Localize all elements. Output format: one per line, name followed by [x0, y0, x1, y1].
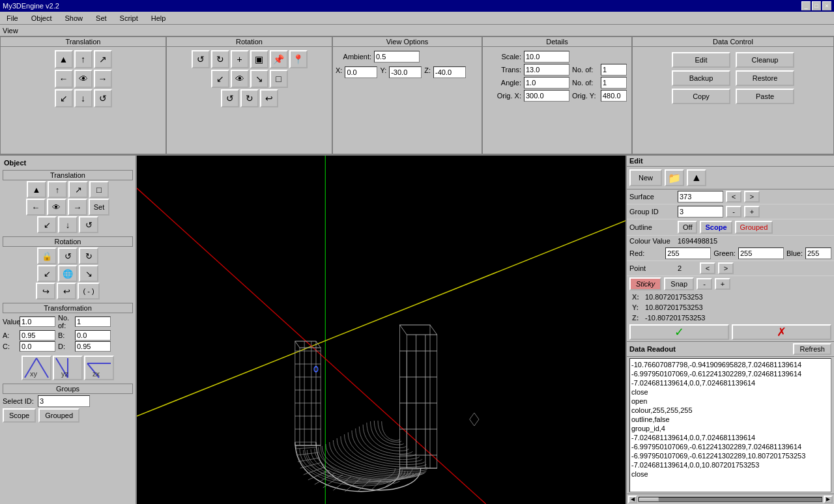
zx-axis-btn[interactable]: zx [84, 356, 114, 380]
cleanup-button[interactable]: Cleanup [736, 52, 794, 68]
confirm-x-btn[interactable]: ✗ [732, 324, 831, 340]
rot-pin[interactable]: 📌 [270, 50, 288, 68]
grouped-button[interactable]: Grouped [38, 408, 79, 423]
trans-up-left[interactable]: ▲ [55, 50, 73, 68]
y-input-top[interactable] [389, 66, 422, 78]
data-readout-content[interactable]: -10.76607087798,-0.941909695828,7.024681… [629, 358, 831, 492]
surface-next-btn[interactable]: > [744, 191, 760, 203]
rot-eye2[interactable]: 👁 [231, 70, 249, 88]
blue-input[interactable] [805, 247, 831, 259]
lt-rotate[interactable]: ↺ [79, 216, 98, 233]
viewport[interactable] [137, 156, 626, 504]
rot-cross[interactable]: + [231, 50, 249, 68]
lt-set[interactable]: Set [89, 199, 110, 216]
rot-square[interactable]: ▣ [250, 50, 268, 68]
rot-down-ccw[interactable]: ↙ [211, 70, 229, 88]
lr-ccw[interactable]: ↺ [58, 247, 78, 264]
outline-scope-btn[interactable]: Scope [700, 221, 732, 234]
paste-button[interactable]: Paste [736, 89, 794, 104]
red-input[interactable] [665, 247, 711, 259]
trans-down[interactable]: ↓ [74, 89, 93, 107]
lt-up[interactable]: ↑ [48, 181, 67, 198]
groupid-input[interactable] [678, 206, 723, 217]
maximize-button[interactable]: □ [812, 1, 821, 10]
rot-back[interactable]: ↩ [260, 89, 278, 107]
menu-show[interactable]: Show [61, 13, 87, 23]
up-icon-btn[interactable]: ▲ [687, 169, 706, 186]
backup-button[interactable]: Backup [672, 70, 730, 86]
rot-ccw2[interactable]: ↺ [221, 89, 239, 107]
lt-left[interactable]: ← [26, 199, 46, 216]
snap-plus-btn[interactable]: + [715, 278, 730, 290]
menu-object[interactable]: Object [27, 13, 56, 23]
surface-prev-btn[interactable]: < [726, 191, 741, 203]
lr-globe[interactable]: 🌐 [58, 265, 78, 282]
transform-noof-input[interactable] [75, 316, 111, 327]
lt-upright[interactable]: ↗ [68, 181, 88, 198]
lr-back[interactable]: ↩ [57, 283, 76, 300]
transform-c-input[interactable] [20, 341, 55, 352]
lr-twist[interactable]: ↪ [36, 283, 55, 300]
transform-value-input[interactable] [20, 316, 55, 327]
trans-right[interactable]: → [94, 70, 112, 88]
confirm-check-btn[interactable]: ✓ [629, 324, 729, 340]
outline-grouped-btn[interactable]: Grouped [735, 221, 773, 234]
trans-up-right[interactable]: ↗ [94, 50, 112, 68]
transform-b-input[interactable] [75, 330, 111, 341]
groupid-plus-btn[interactable]: + [744, 206, 760, 217]
surface-input[interactable] [678, 191, 723, 203]
menu-script[interactable]: Script [116, 13, 142, 23]
minimize-button[interactable]: _ [801, 1, 811, 10]
green-input[interactable] [738, 247, 784, 259]
scale-input[interactable] [524, 51, 569, 63]
sticky-btn[interactable]: Sticky [629, 277, 661, 290]
point-next-btn[interactable]: > [718, 262, 734, 274]
copy-button[interactable]: Copy [672, 89, 730, 104]
lr-lock[interactable]: 🔒 [37, 247, 57, 264]
noof2-input[interactable] [601, 77, 627, 89]
scope-button[interactable]: Scope [3, 408, 36, 423]
trans-input[interactable] [524, 64, 569, 76]
scroll-thumb[interactable] [639, 497, 659, 501]
trans-up[interactable]: ↑ [74, 50, 93, 68]
groups-selectid-input[interactable] [38, 395, 90, 407]
rot-thumb[interactable]: 📍 [289, 50, 308, 68]
data-readout-scrollbar[interactable]: ◀ ▶ [627, 494, 834, 504]
groupid-minus-btn[interactable]: - [726, 206, 741, 217]
lr-tilt[interactable]: ↘ [79, 265, 98, 282]
trans-eye[interactable]: 👁 [74, 70, 93, 88]
yz-axis-btn[interactable]: yz [53, 356, 83, 380]
scroll-left-btn[interactable]: ◀ [628, 496, 637, 503]
menu-help[interactable]: Help [147, 13, 170, 23]
lr-down[interactable]: ↙ [37, 265, 57, 282]
transform-d-input[interactable] [75, 341, 111, 352]
refresh-button[interactable]: Refresh [793, 343, 831, 355]
noof1-input[interactable] [601, 64, 627, 76]
folder-icon-btn[interactable]: 📁 [665, 169, 684, 186]
origy-input[interactable] [601, 90, 627, 102]
new-button[interactable]: New [629, 169, 662, 186]
ambient-input[interactable] [374, 51, 420, 63]
point-prev-btn[interactable]: < [700, 262, 715, 274]
menu-file[interactable]: File [3, 13, 22, 23]
snap-btn[interactable]: Snap [664, 277, 694, 290]
transform-a-input[interactable] [20, 330, 55, 341]
outline-off-btn[interactable]: Off [678, 221, 697, 234]
rot-cw2[interactable]: ↻ [240, 89, 259, 107]
menu-set[interactable]: Set [92, 13, 111, 23]
lt-box[interactable]: □ [89, 181, 109, 198]
scroll-track[interactable] [639, 497, 822, 502]
scroll-right-btn[interactable]: ▶ [824, 496, 833, 503]
restore-button[interactable]: Restore [736, 70, 794, 86]
lt-eye[interactable]: 👁 [47, 199, 66, 216]
lt-upleft[interactable]: ▲ [27, 181, 46, 198]
close-button[interactable]: × [822, 1, 831, 10]
rot-ccw[interactable]: ↺ [192, 50, 210, 68]
z-input-top[interactable] [433, 66, 466, 78]
xy-axis-btn[interactable]: xy [22, 356, 51, 380]
rot-box[interactable]: □ [270, 70, 288, 88]
trans-rotate[interactable]: ↺ [94, 89, 112, 107]
x-input-top[interactable] [345, 66, 377, 78]
origx-input[interactable] [524, 90, 569, 102]
lr-minus[interactable]: ( - ) [78, 283, 99, 300]
